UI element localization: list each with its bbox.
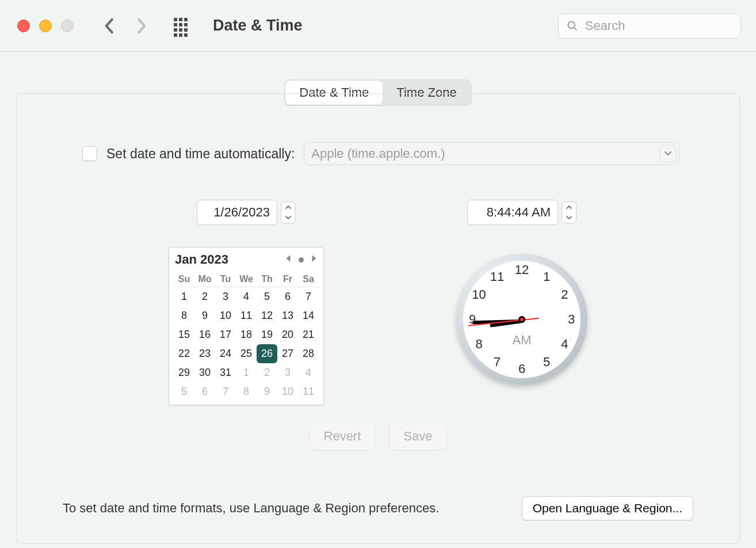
clock-number: 12 <box>513 262 530 277</box>
minimize-window-button[interactable] <box>39 20 52 32</box>
calendar-day-of-week: We <box>236 271 257 287</box>
calendar-day[interactable]: 3 <box>215 287 236 306</box>
calendar-day[interactable]: 25 <box>236 344 257 363</box>
calendar-day[interactable]: 27 <box>277 344 298 363</box>
calendar-day[interactable]: 24 <box>215 344 236 363</box>
clock-number: 3 <box>563 312 580 327</box>
chevron-down-icon <box>665 151 671 156</box>
calendar-prev-button[interactable] <box>285 254 292 265</box>
clock-number: 5 <box>538 355 555 370</box>
calendar-next-button[interactable] <box>311 254 318 265</box>
clock-number: 8 <box>471 337 488 352</box>
footer-note: To set date and time formats, use Langua… <box>63 501 439 516</box>
time-column: 8:44:44 AM AM 121234567891011 <box>456 200 587 405</box>
auto-set-checkbox[interactable] <box>82 146 97 161</box>
clock-number: 1 <box>538 269 555 284</box>
calendar-day[interactable]: 23 <box>194 344 215 363</box>
zoom-window-button[interactable] <box>61 20 74 32</box>
calendar-day[interactable]: 3 <box>277 363 298 382</box>
calendar-day[interactable]: 17 <box>215 325 236 344</box>
analog-clock[interactable]: AM 121234567891011 <box>456 254 587 385</box>
calendar-day[interactable]: 10 <box>277 382 298 401</box>
calendar-day[interactable]: 29 <box>174 363 194 382</box>
save-button[interactable]: Save <box>389 423 446 450</box>
calendar-day[interactable]: 7 <box>298 287 319 306</box>
date-field[interactable]: 1/26/2023 <box>197 200 277 225</box>
calendar-day-of-week: Mo <box>194 271 215 287</box>
time-step-up[interactable] <box>562 202 576 212</box>
calendar-day[interactable]: 22 <box>174 344 194 363</box>
open-language-region-button[interactable]: Open Language & Region... <box>522 496 693 520</box>
calendar-day[interactable]: 4 <box>298 363 319 382</box>
calendar-day[interactable]: 28 <box>298 344 319 363</box>
chevron-left-icon <box>104 18 114 34</box>
calendar-day[interactable]: 9 <box>257 382 277 401</box>
time-step-down[interactable] <box>562 212 576 223</box>
time-server-dropdown-button[interactable] <box>659 145 677 162</box>
calendar-day[interactable]: 18 <box>236 325 257 344</box>
calendar-day[interactable]: 1 <box>236 363 257 382</box>
calendar-day[interactable]: 10 <box>215 306 236 325</box>
window-title: Date & Time <box>213 17 303 35</box>
calendar-day[interactable]: 12 <box>257 306 277 325</box>
show-all-button[interactable] <box>174 18 190 34</box>
clock-pivot <box>518 316 525 323</box>
caret-down-icon <box>285 216 291 219</box>
calendar-day[interactable]: 5 <box>257 287 277 306</box>
forward-button[interactable] <box>133 17 151 35</box>
clock-number: 6 <box>513 361 530 376</box>
time-field-wrap: 8:44:44 AM <box>467 200 576 225</box>
clock-number: 2 <box>556 287 573 302</box>
calendar-day[interactable]: 26 <box>257 344 277 363</box>
calendar-grid: SuMoTuWeThFrSa12345678910111213141516171… <box>174 271 319 401</box>
search-input[interactable] <box>584 18 732 34</box>
clock-ampm: AM <box>513 333 532 348</box>
calendar-today-button[interactable] <box>299 257 304 262</box>
nav-arrows <box>100 17 151 35</box>
preferences-panel: Set date and time automatically: Apple (… <box>16 93 740 544</box>
calendar-day[interactable]: 6 <box>277 287 298 306</box>
footer-row: To set date and time formats, use Langua… <box>63 496 693 520</box>
calendar-month-label: Jan 2023 <box>174 252 285 267</box>
calendar-header: Jan 2023 <box>174 252 319 267</box>
calendar-day[interactable]: 14 <box>298 306 319 325</box>
calendar-day[interactable]: 8 <box>174 306 194 325</box>
date-step-down[interactable] <box>281 212 295 223</box>
time-server-combo[interactable]: Apple (time.apple.com.) <box>304 142 679 165</box>
calendar-day[interactable]: 16 <box>194 325 215 344</box>
action-buttons: Revert Save <box>63 423 693 450</box>
calendar-day[interactable]: 2 <box>194 287 215 306</box>
calendar-day[interactable]: 20 <box>277 325 298 344</box>
search-field[interactable] <box>558 13 741 39</box>
calendar-day[interactable]: 11 <box>298 382 319 401</box>
calendar-day[interactable]: 31 <box>215 363 236 382</box>
calendar-day[interactable]: 9 <box>194 306 215 325</box>
time-field[interactable]: 8:44:44 AM <box>467 200 558 225</box>
close-window-button[interactable] <box>17 20 30 32</box>
calendar-day[interactable]: 19 <box>257 325 277 344</box>
calendar-day[interactable]: 11 <box>236 306 257 325</box>
triangle-left-icon <box>285 254 292 262</box>
calendar-day[interactable]: 2 <box>257 363 277 382</box>
clock-number: 7 <box>488 355 506 370</box>
search-icon <box>567 20 578 32</box>
calendar-day[interactable]: 21 <box>298 325 319 344</box>
titlebar: Date & Time <box>0 0 756 52</box>
calendar-day-of-week: Fr <box>277 271 298 287</box>
calendar-day[interactable]: 30 <box>194 363 215 382</box>
back-button[interactable] <box>100 17 117 35</box>
calendar-day[interactable]: 8 <box>236 382 257 401</box>
calendar-day[interactable]: 1 <box>174 287 194 306</box>
revert-button[interactable]: Revert <box>310 423 376 450</box>
calendar-day[interactable]: 5 <box>174 382 194 401</box>
calendar-day[interactable]: 6 <box>194 382 215 401</box>
calendar-day[interactable]: 7 <box>215 382 236 401</box>
time-stepper[interactable] <box>562 201 576 223</box>
calendar-day-of-week: Th <box>257 271 277 287</box>
date-stepper[interactable] <box>281 201 296 223</box>
date-step-up[interactable] <box>281 202 295 212</box>
calendar-day[interactable]: 15 <box>174 325 194 344</box>
calendar-day[interactable]: 13 <box>277 306 298 325</box>
calendar-day[interactable]: 4 <box>236 287 257 306</box>
calendar-day-of-week: Sa <box>298 271 319 287</box>
